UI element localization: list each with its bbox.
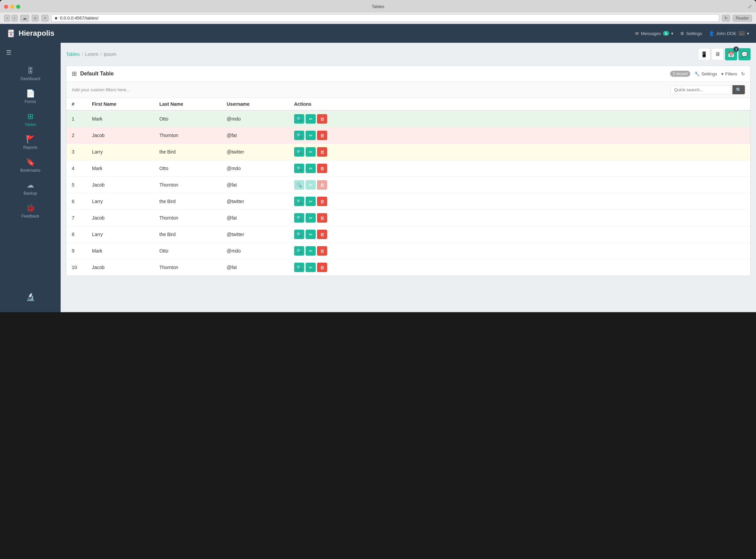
sidebar-item-tables[interactable]: ⊞ Tables (0, 108, 61, 131)
desktop-view-btn[interactable]: 🖥 (712, 48, 723, 60)
breadcrumb-tables[interactable]: Tables (66, 51, 80, 57)
refresh-btn[interactable]: ↻ (722, 15, 730, 22)
sidebar-menu-icon[interactable]: ☰ (3, 46, 14, 59)
edit-btn[interactable]: ✏ (306, 131, 316, 140)
cell-first: Jacob (87, 259, 154, 276)
search-submit-btn[interactable]: 🔍 (732, 85, 745, 94)
bookmark-icon: ★ (54, 16, 58, 21)
message-btn[interactable]: 💬 (738, 48, 751, 60)
cell-actions: 🔍 ✏ 🗑 (289, 160, 750, 177)
new-tab-btn[interactable]: + (41, 15, 48, 22)
edit-btn[interactable]: ✏ (306, 180, 316, 189)
edit-btn[interactable]: ✏ (306, 246, 316, 255)
cell-last: Thornton (154, 259, 221, 276)
page-header: Tables / Lorem / ipsum 📱 🖥 📅 3 (66, 48, 751, 60)
col-header-first: First Name (87, 98, 154, 110)
cell-username: @twitter (221, 144, 289, 160)
table-settings-btn[interactable]: 🔧 Settings (694, 71, 717, 76)
tables-icon: ⊞ (27, 112, 34, 121)
view-btn[interactable]: 🔍 (294, 131, 304, 140)
browser-titlebar: Tables ⤢ (0, 3, 756, 12)
page-toolbar: 📱 🖥 📅 3 💬 (698, 48, 751, 60)
edit-btn[interactable]: ✏ (306, 164, 316, 173)
user-dot: ... (738, 31, 745, 36)
calendar-btn[interactable]: 📅 3 (725, 48, 737, 60)
cell-actions: 🔍 ✏ 🗑 (289, 127, 750, 144)
view-btn[interactable]: 🔍 (294, 164, 304, 173)
view-btn[interactable]: 🔍 (294, 180, 304, 189)
edit-btn[interactable]: ✏ (306, 263, 316, 272)
table-row: 9 Mark Otto @mdo 🔍 ✏ 🗑 (66, 243, 750, 259)
delete-btn[interactable]: 🗑 (317, 197, 327, 206)
delete-btn[interactable]: 🗑 (317, 147, 327, 157)
view-btn[interactable]: 🔍 (294, 246, 304, 255)
edit-btn[interactable]: ✏ (306, 230, 316, 239)
cell-last: Thornton (154, 127, 221, 144)
cell-num: 2 (66, 127, 87, 144)
filters-btn-label: Filters (725, 71, 737, 76)
cloud-btn[interactable]: ☁ (20, 15, 29, 22)
expand-icon: ⤢ (748, 3, 752, 10)
cell-first: Mark (87, 110, 154, 127)
sidebar-item-feedback[interactable]: 🐞 Feedback (0, 200, 61, 223)
delete-btn[interactable]: 🗑 (317, 246, 327, 255)
record-count-badge: 3 record (670, 71, 690, 77)
settings-btn-label: Settings (701, 71, 717, 76)
col-header-num: # (66, 98, 87, 110)
view-btn[interactable]: 🔍 (294, 230, 304, 239)
reader-btn[interactable]: Reader (733, 15, 752, 22)
delete-btn[interactable]: 🗑 (317, 213, 327, 223)
delete-btn[interactable]: 🗑 (317, 230, 327, 239)
cell-username: @mdo (221, 243, 289, 259)
delete-btn[interactable]: 🗑 (317, 131, 327, 140)
share-btn[interactable]: ⎋ (32, 15, 39, 22)
sidebar-item-bookmarks[interactable]: 🔖 Bookmarks (0, 154, 61, 177)
cell-first: Jacob (87, 177, 154, 193)
sidebar-item-forms[interactable]: 📄 Forms (0, 85, 61, 108)
view-btn[interactable]: 🔍 (294, 213, 304, 223)
table-row: 2 Jacob Thornton @fat 🔍 ✏ 🗑 (66, 127, 750, 144)
cell-actions: 🔍 ✏ 🗑 (289, 110, 750, 127)
col-header-last: Last Name (154, 98, 221, 110)
search-input[interactable] (670, 85, 731, 94)
settings-btn[interactable]: ⚙ Settings (680, 31, 702, 36)
breadcrumb-lorem: Lorem (85, 51, 99, 57)
filter-icon: ▾ (721, 71, 723, 76)
delete-btn[interactable]: 🗑 (317, 114, 327, 124)
messages-btn[interactable]: ✉ Messages 5 ▾ (635, 31, 673, 36)
back-btn[interactable]: ‹ (4, 15, 10, 22)
forward-btn[interactable]: › (12, 15, 18, 22)
sidebar-item-lab[interactable]: 🔬 (23, 289, 38, 306)
edit-btn[interactable]: ✏ (306, 147, 316, 157)
sidebar-item-dashboard[interactable]: 🎛 Dashboard (0, 62, 61, 85)
view-btn[interactable]: 🔍 (294, 114, 304, 124)
user-menu-btn[interactable]: 👤 John DOE ... ▾ (709, 31, 749, 36)
delete-btn[interactable]: 🗑 (317, 180, 327, 189)
cell-actions: 🔍 ✏ 🗑 (289, 144, 750, 160)
browser-max-btn[interactable] (16, 5, 20, 9)
table-refresh-btn[interactable]: ↻ (741, 71, 745, 76)
sidebar-item-backup[interactable]: ☁ Backup (0, 177, 61, 200)
edit-btn[interactable]: ✏ (306, 114, 316, 124)
sidebar-item-reports[interactable]: 🚩 Reports (0, 131, 61, 154)
url-bar[interactable] (60, 16, 716, 21)
delete-btn[interactable]: 🗑 (317, 164, 327, 173)
browser-close-btn[interactable] (4, 5, 8, 9)
browser-min-btn[interactable] (10, 5, 14, 9)
delete-btn[interactable]: 🗑 (317, 263, 327, 272)
mobile-view-btn[interactable]: 📱 (698, 48, 710, 60)
calendar-icon: 📅 (728, 51, 734, 58)
cell-num: 9 (66, 243, 87, 259)
view-btn[interactable]: 🔍 (294, 263, 304, 272)
view-btn[interactable]: 🔍 (294, 147, 304, 157)
sidebar-label-forms: Forms (25, 99, 36, 104)
cell-last: the Bird (154, 193, 221, 210)
edit-btn[interactable]: ✏ (306, 213, 316, 223)
logo-icon: 🃏 (7, 29, 15, 37)
edit-btn[interactable]: ✏ (306, 197, 316, 206)
table-row: 10 Jacob Thornton @fat 🔍 ✏ 🗑 (66, 259, 750, 276)
view-btn[interactable]: 🔍 (294, 197, 304, 206)
table-card: ⊞ Default Table 3 record 🔧 Settings ▾ Fi… (66, 66, 751, 276)
table-filters-btn[interactable]: ▾ Filters (721, 71, 737, 76)
forms-icon: 📄 (26, 89, 35, 98)
